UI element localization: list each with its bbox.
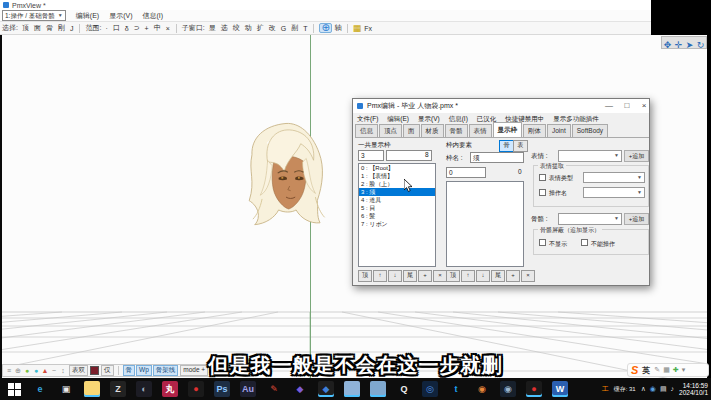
recorder-2-icon[interactable]: ● bbox=[526, 381, 542, 397]
subwindow-button[interactable]: G bbox=[280, 25, 287, 32]
sogou-logo-icon[interactable]: S bbox=[631, 365, 638, 376]
pan-view-icon[interactable]: ✥ bbox=[664, 34, 672, 52]
display-frame-item[interactable]: 4 : 道具 bbox=[359, 196, 435, 204]
list-order-button[interactable]: ↓ bbox=[388, 270, 402, 282]
bone-add-button[interactable]: +追加 bbox=[624, 213, 649, 225]
morph-toggle-button[interactable]: 表 bbox=[513, 140, 528, 152]
gizmo-toggle-icon[interactable]: ⊕ bbox=[319, 23, 331, 33]
list-order-button[interactable]: × bbox=[521, 270, 535, 282]
display-frame-list[interactable]: 0 : 【Root】1 : 【表情】2 : 脸（上）3 : 须4 : 道具5 :… bbox=[358, 163, 436, 267]
axis-toggle-button[interactable]: 轴 bbox=[335, 23, 342, 33]
search-app-icon[interactable]: Q bbox=[396, 381, 412, 397]
range-mode-button[interactable]: + bbox=[144, 25, 150, 32]
volume-icon[interactable]: ♪ bbox=[671, 385, 675, 393]
tray-tool-icon[interactable]: 工 bbox=[602, 384, 609, 394]
maximize-button[interactable]: □ bbox=[619, 100, 635, 111]
subwindow-button[interactable]: 扩 bbox=[256, 23, 265, 33]
list-order-button[interactable]: ↓ bbox=[476, 270, 490, 282]
display-frame-item[interactable]: 0 : 【Root】 bbox=[359, 164, 435, 172]
display-frame-item[interactable]: 1 : 【表情】 bbox=[359, 172, 435, 180]
dialog-menu-item[interactable]: 文件(F) bbox=[357, 115, 378, 124]
dialog-tab[interactable]: 表情 bbox=[469, 124, 492, 137]
browser-orange-icon[interactable]: ◉ bbox=[474, 381, 490, 397]
ime-toolbox-icon[interactable]: ✚ bbox=[673, 366, 679, 374]
taskbar-clock[interactable]: 14:16:59 2024/10/1 bbox=[679, 382, 708, 396]
operation-checkbox[interactable] bbox=[539, 189, 546, 196]
list-order-button[interactable]: 顶 bbox=[446, 270, 460, 282]
subwindow-button[interactable]: T bbox=[302, 25, 308, 32]
list-order-button[interactable]: + bbox=[506, 270, 520, 282]
no-operate-checkbox[interactable] bbox=[581, 239, 588, 246]
bone-toggle-button[interactable]: 骨 bbox=[499, 140, 514, 152]
menu-info[interactable]: 信息(I) bbox=[142, 11, 163, 21]
fx-toggle-button[interactable]: Fx bbox=[364, 25, 372, 32]
select-mode-button[interactable]: 顶 bbox=[21, 23, 30, 33]
list-order-button[interactable]: + bbox=[418, 270, 432, 282]
menu-edit[interactable]: 编辑(E) bbox=[76, 11, 99, 21]
twitter-icon[interactable]: t bbox=[448, 381, 464, 397]
close-button[interactable]: × bbox=[636, 100, 652, 111]
rotate-view-icon[interactable]: ↻ bbox=[697, 34, 705, 52]
morph-dropdown[interactable]: ▼ bbox=[558, 150, 622, 162]
display-frame-item[interactable]: 2 : 脸（上） bbox=[359, 180, 435, 188]
frame-name-input[interactable]: 须 bbox=[470, 152, 524, 163]
mode-combo[interactable]: 1:操作 / 基础骨骼 ▼ bbox=[2, 10, 66, 21]
dialog-menu-item[interactable]: 编辑(E) bbox=[387, 115, 409, 124]
edge-browser-icon[interactable]: e bbox=[32, 381, 48, 397]
dialog-menu-item[interactable]: 信息(I) bbox=[449, 115, 468, 124]
start-button[interactable] bbox=[6, 381, 22, 397]
clip-paint-icon[interactable]: 丸 bbox=[162, 381, 178, 397]
subwindow-button[interactable]: 改 bbox=[268, 23, 277, 33]
ime-pen-icon[interactable]: ✎ bbox=[654, 366, 660, 374]
select-mode-button[interactable]: J bbox=[69, 25, 75, 32]
pen-tool-icon[interactable]: ✎ bbox=[266, 381, 282, 397]
subwindow-button[interactable]: 绞 bbox=[232, 23, 241, 33]
ime-more-icon[interactable]: ▾ bbox=[682, 366, 686, 374]
list-order-button[interactable]: 顶 bbox=[358, 270, 372, 282]
gallery-thumb-1[interactable] bbox=[344, 381, 360, 397]
hidden-icons-chevron[interactable]: ∧ bbox=[641, 385, 646, 393]
defender-icon[interactable]: ◉ bbox=[650, 385, 656, 393]
microsoft-store-icon[interactable]: ▣ bbox=[58, 381, 74, 397]
app-blue-icon[interactable]: ◆ bbox=[318, 381, 334, 397]
frame-index-input[interactable]: 3 bbox=[358, 150, 384, 161]
select-mode-button[interactable]: 面 bbox=[33, 23, 42, 33]
dialog-tab[interactable]: Joint bbox=[547, 124, 571, 137]
subwindow-button[interactable]: 动 bbox=[244, 23, 253, 33]
list-order-button[interactable]: ↑ bbox=[461, 270, 475, 282]
list-order-button[interactable]: 尾 bbox=[403, 270, 417, 282]
dialog-tab[interactable]: 刚体 bbox=[523, 124, 546, 137]
move-view-icon[interactable]: ✛ bbox=[675, 34, 683, 52]
list-order-button[interactable]: 尾 bbox=[491, 270, 505, 282]
app-z-icon[interactable]: Z bbox=[110, 381, 126, 397]
select-mode-button[interactable]: 骨 bbox=[45, 23, 54, 33]
range-mode-button[interactable]: × bbox=[165, 25, 171, 32]
element-index-input[interactable]: 0 bbox=[446, 167, 486, 178]
network-icon[interactable]: ▤ bbox=[660, 385, 667, 393]
list-order-button[interactable]: ↑ bbox=[373, 270, 387, 282]
display-frame-item[interactable]: 6 : 髪 bbox=[359, 212, 435, 220]
menu-view[interactable]: 显示(V) bbox=[109, 11, 132, 21]
steam-icon[interactable]: ◉ bbox=[500, 381, 516, 397]
range-mode-button[interactable]: ⊃ bbox=[133, 24, 141, 32]
range-mode-button[interactable]: · bbox=[104, 25, 108, 32]
minimize-button[interactable]: — bbox=[601, 100, 617, 111]
display-frame-item[interactable]: 7 : リボン bbox=[359, 220, 435, 228]
dialog-tab[interactable]: 材质 bbox=[421, 124, 444, 137]
hide-checkbox[interactable] bbox=[539, 239, 546, 246]
file-explorer-icon[interactable] bbox=[84, 381, 100, 397]
range-mode-button[interactable]: 口 bbox=[112, 23, 121, 33]
display-frame-item[interactable]: 5 : 目 bbox=[359, 204, 435, 212]
range-mode-button[interactable]: δ bbox=[124, 25, 130, 32]
app-circle-icon[interactable]: ◎ bbox=[422, 381, 438, 397]
audition-icon[interactable]: Au bbox=[240, 381, 256, 397]
character-head[interactable] bbox=[240, 119, 332, 231]
operation-dropdown[interactable]: ▼ bbox=[583, 187, 645, 198]
ime-mode-label[interactable]: 英 bbox=[642, 365, 650, 376]
range-mode-button[interactable]: 中 bbox=[153, 23, 162, 33]
recorder-icon[interactable]: ● bbox=[188, 381, 204, 397]
dialog-tab[interactable]: 骨骼 bbox=[445, 124, 468, 137]
dialog-tab[interactable]: SoftBody bbox=[572, 124, 608, 137]
morph-type-dropdown[interactable]: ▼ bbox=[583, 172, 645, 183]
list-order-button[interactable]: × bbox=[433, 270, 447, 282]
